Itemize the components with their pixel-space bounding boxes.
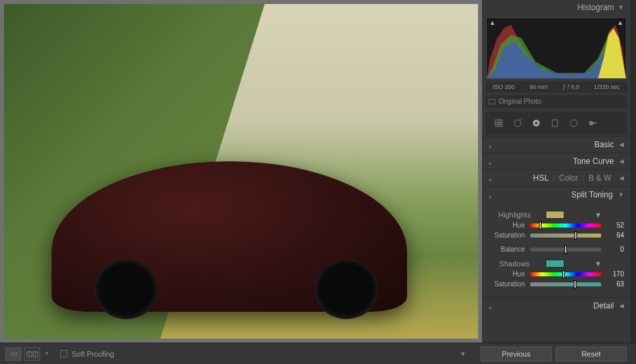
shadows-saturation-slider[interactable]: Saturation 63 [489,280,624,288]
aperture-value: ƒ / 8,0 [562,84,579,90]
panel-basic-label: Basic [594,140,614,149]
svg-point-5 [514,120,521,126]
gradient-tool[interactable] [548,116,562,130]
histogram[interactable]: ▲ ▲ [486,17,627,79]
histogram-title: Histogram [577,3,614,12]
panel-scrollbar[interactable] [631,0,636,343]
chevron-down-icon: ▼ [618,4,624,11]
view-compare-button[interactable]: ◫◫ [24,347,40,361]
chevron-left-icon: ◀ [619,158,624,165]
reset-button[interactable]: Reset [556,347,627,361]
split-toning-body: Highlights ▼ Hue 52 Saturation 64 [482,203,631,297]
radial-tool[interactable] [566,116,581,130]
svg-rect-0 [495,120,502,126]
hsl-tab[interactable]: HSL [533,173,548,183]
color-tab[interactable]: Color [559,173,578,183]
svg-point-10 [570,120,577,126]
highlights-hue-slider[interactable]: Hue 52 [489,221,624,229]
panel-tone-curve[interactable]: ▪ Tone Curve ◀ [482,153,631,169]
shadows-hue-slider[interactable]: Hue 170 [489,270,624,278]
brush-tool[interactable] [585,116,600,130]
svg-line-6 [520,118,522,120]
original-photo-toggle[interactable]: Original Photo [486,95,627,108]
panel-detail-label: Detail [593,301,614,310]
shadows-label: Shadows [489,260,540,268]
panel-split-toning[interactable]: ▪ Split Toning ▼ [482,186,631,203]
panel-tone-curve-label: Tone Curve [573,157,614,166]
balance-slider[interactable]: Balance 0 [489,246,624,253]
histogram-header[interactable]: Histogram ▼ [482,0,631,15]
rectangle-icon [489,99,495,104]
panel-hsl[interactable]: ▪ HSL / Color / B & W ◀ [482,169,631,186]
panel-switch-icon: ▪ [489,159,494,164]
focal-value: 90 mm [530,84,548,90]
clip-shadows-icon[interactable]: ▲ [489,19,495,26]
panel-switch-icon: ▪ [489,175,494,181]
chevron-left-icon: ◀ [619,175,624,181]
chevron-left-icon: ◀ [619,302,624,309]
redeye-tool[interactable] [529,116,544,130]
panel-switch-icon: ▪ [489,142,494,147]
toolbar-dropdown[interactable]: ▼ [455,348,471,360]
shadows-swatch[interactable] [546,260,564,268]
highlights-label: Highlights [489,211,540,219]
shutter-value: 1/320 sec [594,84,620,90]
panel-switch-icon: ▪ [489,303,494,308]
svg-rect-9 [552,120,558,126]
chevron-down-icon: ▼ [618,191,624,198]
soft-proofing-toggle[interactable]: Soft Proofing [60,350,114,358]
crop-tool[interactable] [491,116,506,130]
panel-detail[interactable]: ▪ Detail ◀ [482,297,631,314]
spot-tool[interactable] [510,116,525,130]
soft-proofing-label: Soft Proofing [72,350,114,358]
svg-point-11 [589,121,593,125]
bottom-toolbar: ▭ ◫◫ ▼ Soft Proofing ▼ Previous Reset [0,343,636,364]
svg-point-8 [535,122,538,124]
highlights-swatch[interactable] [546,211,564,219]
checkbox-icon [60,350,68,357]
clip-highlights-icon[interactable]: ▲ [617,19,623,26]
bw-tab[interactable]: B & W [588,173,611,183]
main-area: Histogram ▼ ▲ ▲ ISO 200 90 mm [0,0,636,343]
chevron-left-icon: ◀ [619,141,624,148]
highlights-saturation-slider[interactable]: Saturation 64 [489,232,624,239]
tool-strip [486,112,627,134]
preview-area [0,0,482,343]
view-single-button[interactable]: ▭ [5,347,21,361]
photo-preview[interactable] [4,4,478,339]
histogram-meta: ISO 200 90 mm ƒ / 8,0 1/320 sec [486,82,627,92]
disclosure-icon[interactable]: ▼ [572,260,624,268]
iso-value: ISO 200 [493,84,515,90]
original-photo-label: Original Photo [499,98,541,105]
panel-basic[interactable]: ▪ Basic ◀ [482,136,631,153]
panel-switch-icon: ▪ [489,192,494,197]
panel-split-toning-label: Split Toning [571,190,613,199]
previous-button[interactable]: Previous [481,347,552,361]
disclosure-icon[interactable]: ▼ [572,211,624,219]
right-panel: Histogram ▼ ▲ ▲ ISO 200 90 mm [482,0,636,343]
